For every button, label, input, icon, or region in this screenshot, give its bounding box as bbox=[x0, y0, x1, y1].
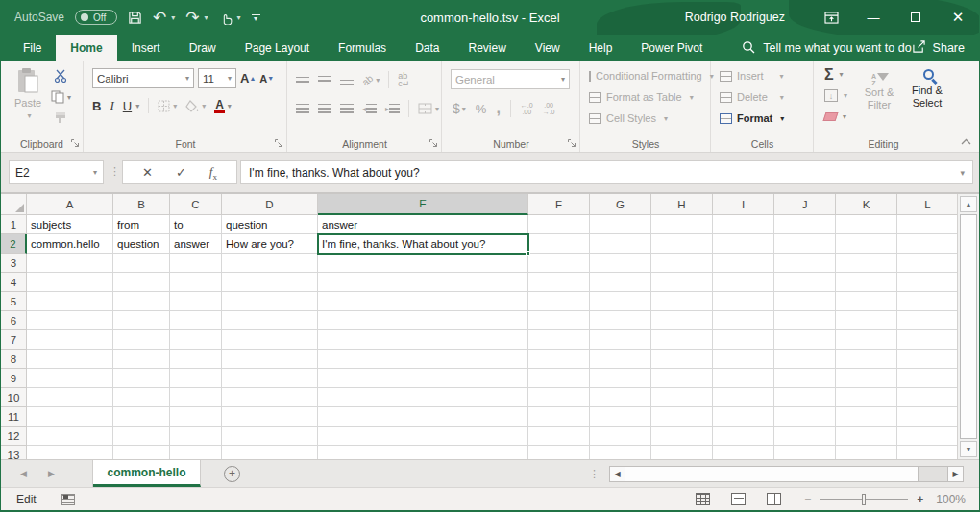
cell-G13[interactable] bbox=[590, 446, 651, 459]
tab-view[interactable]: View bbox=[521, 35, 575, 61]
row-header-7[interactable]: 7 bbox=[1, 330, 27, 350]
increase-decimal-icon[interactable]: ←.0 .00 bbox=[521, 102, 533, 115]
cell-C4[interactable] bbox=[170, 273, 222, 292]
column-header-D[interactable]: D bbox=[222, 194, 318, 215]
cell-H3[interactable] bbox=[651, 254, 713, 273]
cell-K4[interactable] bbox=[836, 273, 897, 292]
cell-C2[interactable]: answer bbox=[170, 234, 222, 254]
cell-K5[interactable] bbox=[836, 292, 897, 311]
cell-K7[interactable] bbox=[836, 330, 897, 350]
cell-F13[interactable] bbox=[528, 446, 590, 459]
cell-I8[interactable] bbox=[713, 350, 774, 369]
cell-G6[interactable] bbox=[590, 311, 651, 330]
column-header-H[interactable]: H bbox=[651, 194, 713, 215]
number-format-select[interactable]: General▾ bbox=[451, 69, 570, 89]
minimize-button[interactable]: — bbox=[852, 0, 894, 35]
cell-B1[interactable]: from bbox=[113, 215, 170, 234]
decrease-decimal-icon[interactable]: .00 →.0 bbox=[543, 102, 555, 115]
vertical-scroll-thumb[interactable] bbox=[960, 214, 977, 439]
cell-G10[interactable] bbox=[590, 388, 651, 407]
sheet-grid[interactable]: ABCDEFGHIJKL1subjectsfromtoquestionanswe… bbox=[1, 194, 959, 459]
cell-L13[interactable] bbox=[897, 446, 959, 459]
row-header-4[interactable]: 4 bbox=[1, 273, 27, 292]
merge-center-dropdown-icon[interactable]: ▾ bbox=[435, 105, 439, 113]
cell-E4[interactable] bbox=[318, 273, 528, 292]
cell-I7[interactable] bbox=[713, 330, 774, 350]
cell-L12[interactable] bbox=[897, 427, 959, 446]
zoom-slider[interactable] bbox=[820, 499, 908, 500]
cell-E13[interactable] bbox=[318, 446, 528, 459]
cell-I13[interactable] bbox=[713, 446, 774, 459]
scroll-down-icon[interactable]: ▼ bbox=[960, 441, 977, 457]
tab-data[interactable]: Data bbox=[401, 35, 453, 61]
cell-I10[interactable] bbox=[713, 388, 774, 407]
cell-F9[interactable] bbox=[528, 369, 590, 388]
cell-D2[interactable]: How are you? bbox=[222, 234, 318, 254]
format-cells-button[interactable]: Format ▾ bbox=[712, 108, 813, 129]
increase-indent-icon[interactable]: ▸ bbox=[385, 104, 400, 113]
cell-B6[interactable] bbox=[113, 311, 170, 330]
cell-G12[interactable] bbox=[590, 427, 651, 446]
formula-input[interactable]: I'm fine, thanks. What about you? ▾ bbox=[240, 160, 973, 184]
enter-entry-icon[interactable]: ✓ bbox=[176, 165, 186, 180]
cell-A5[interactable] bbox=[27, 292, 113, 311]
cell-styles-button[interactable]: Cell Styles ▾ bbox=[581, 108, 710, 129]
previous-sheet-icon[interactable]: ◀ bbox=[20, 469, 27, 478]
cell-I12[interactable] bbox=[713, 427, 774, 446]
cell-E5[interactable] bbox=[318, 292, 528, 311]
cell-L10[interactable] bbox=[897, 388, 959, 407]
zoom-slider-handle[interactable] bbox=[862, 494, 866, 505]
cell-I4[interactable] bbox=[713, 273, 774, 292]
cell-H13[interactable] bbox=[651, 446, 713, 459]
align-center-icon[interactable] bbox=[318, 104, 331, 113]
cell-H5[interactable] bbox=[651, 292, 713, 311]
copy-dropdown-icon[interactable]: ▾ bbox=[67, 93, 71, 102]
cell-A10[interactable] bbox=[27, 388, 113, 407]
cell-B11[interactable] bbox=[113, 407, 170, 427]
cell-B9[interactable] bbox=[113, 369, 170, 388]
cell-L2[interactable] bbox=[897, 234, 959, 254]
row-header-3[interactable]: 3 bbox=[1, 254, 27, 273]
cell-D7[interactable] bbox=[222, 330, 318, 350]
cell-K10[interactable] bbox=[836, 388, 897, 407]
cell-B8[interactable] bbox=[113, 350, 170, 369]
cell-L9[interactable] bbox=[897, 369, 959, 388]
row-header-12[interactable]: 12 bbox=[1, 427, 27, 446]
fill-color-dropdown-icon[interactable]: ▾ bbox=[202, 102, 206, 110]
cell-H6[interactable] bbox=[651, 311, 713, 330]
scroll-left-icon[interactable]: ◀ bbox=[609, 466, 625, 482]
cell-E7[interactable] bbox=[318, 330, 528, 350]
cell-C5[interactable] bbox=[170, 292, 222, 311]
cell-I3[interactable] bbox=[713, 254, 774, 273]
tab-help[interactable]: Help bbox=[575, 35, 627, 61]
bottom-align-icon[interactable] bbox=[340, 80, 354, 85]
cell-C13[interactable] bbox=[170, 446, 222, 459]
cell-L11[interactable] bbox=[897, 407, 959, 427]
column-header-G[interactable]: G bbox=[590, 194, 651, 215]
zoom-level[interactable]: 100% bbox=[936, 493, 966, 506]
orientation-icon[interactable]: ab bbox=[360, 72, 376, 87]
format-as-table-button[interactable]: Format as Table ▾ bbox=[581, 86, 710, 108]
cell-L8[interactable] bbox=[897, 350, 959, 369]
cell-G9[interactable] bbox=[590, 369, 651, 388]
cell-D13[interactable] bbox=[222, 446, 318, 459]
expand-formula-bar-icon[interactable]: ▾ bbox=[960, 168, 965, 178]
number-dialog-launcher-icon[interactable] bbox=[567, 138, 576, 148]
tab-review[interactable]: Review bbox=[453, 35, 520, 61]
cell-H8[interactable] bbox=[651, 350, 713, 369]
cell-L3[interactable] bbox=[897, 254, 959, 273]
cell-J4[interactable] bbox=[774, 273, 836, 292]
scroll-right-icon[interactable]: ▶ bbox=[947, 466, 964, 482]
cell-J6[interactable] bbox=[774, 311, 836, 330]
comma-format-icon[interactable]: , bbox=[496, 100, 500, 117]
format-painter-icon[interactable] bbox=[51, 111, 71, 124]
copy-icon[interactable]: ▾ bbox=[51, 90, 71, 104]
cell-B3[interactable] bbox=[113, 254, 170, 273]
cell-F1[interactable] bbox=[528, 215, 590, 234]
cell-A6[interactable] bbox=[27, 311, 113, 330]
cell-B12[interactable] bbox=[113, 427, 170, 446]
cell-D3[interactable] bbox=[222, 254, 318, 273]
cell-A8[interactable] bbox=[27, 350, 113, 369]
underline-dropdown-icon[interactable]: ▾ bbox=[135, 102, 139, 110]
clipboard-dialog-launcher-icon[interactable] bbox=[70, 138, 80, 148]
